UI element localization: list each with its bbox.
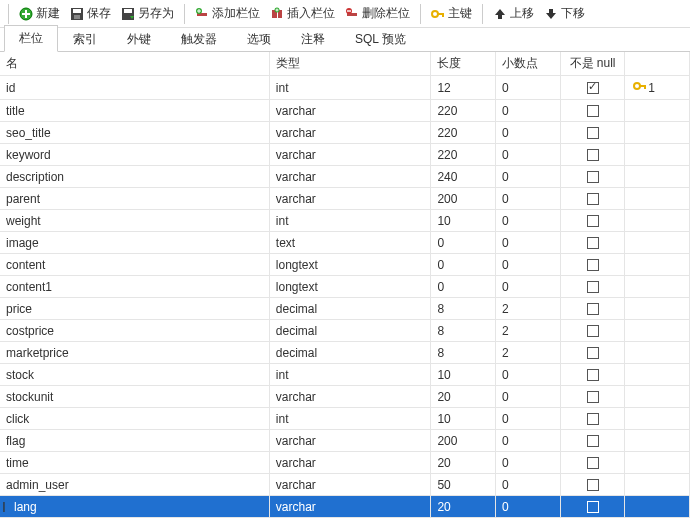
checkbox[interactable]	[587, 479, 599, 491]
cell-type[interactable]: int	[269, 364, 431, 386]
cell-type[interactable]: longtext	[269, 276, 431, 298]
cell-length[interactable]: 220	[431, 144, 496, 166]
table-row[interactable]: stockunitvarchar200	[0, 386, 690, 408]
cell-extra[interactable]	[625, 364, 690, 386]
cell-extra[interactable]	[625, 320, 690, 342]
tab-1[interactable]: 索引	[58, 26, 112, 52]
cell-length[interactable]: 0	[431, 232, 496, 254]
cell-decimals[interactable]: 0	[496, 210, 561, 232]
checkbox[interactable]	[587, 127, 599, 139]
cell-length[interactable]: 10	[431, 408, 496, 430]
cell-length[interactable]: 50	[431, 474, 496, 496]
cell-decimals[interactable]: 0	[496, 364, 561, 386]
cell-decimals[interactable]: 0	[496, 386, 561, 408]
checkbox[interactable]	[587, 391, 599, 403]
checkbox[interactable]	[587, 369, 599, 381]
table-row[interactable]: descriptionvarchar2400	[0, 166, 690, 188]
table-row[interactable]: imagetext00	[0, 232, 690, 254]
cell-name[interactable]: content1	[0, 276, 269, 298]
cell-name[interactable]: time	[0, 452, 269, 474]
cell-type[interactable]: decimal	[269, 342, 431, 364]
cell-name[interactable]: title	[0, 100, 269, 122]
cell-type[interactable]: varchar	[269, 430, 431, 452]
checkbox[interactable]	[587, 193, 599, 205]
table-row[interactable]: flagvarchar2000	[0, 430, 690, 452]
cell-decimals[interactable]: 0	[496, 430, 561, 452]
cell-notnull[interactable]	[560, 188, 625, 210]
table-row[interactable]: parentvarchar2000	[0, 188, 690, 210]
addfield-button[interactable]: 添加栏位	[191, 3, 264, 24]
tab-3[interactable]: 触发器	[166, 26, 232, 52]
cell-name[interactable]: marketprice	[0, 342, 269, 364]
checkbox[interactable]	[587, 281, 599, 293]
cell-notnull[interactable]	[560, 276, 625, 298]
table-row[interactable]: titlevarchar2200	[0, 100, 690, 122]
cell-extra[interactable]	[625, 408, 690, 430]
checkbox[interactable]	[587, 82, 599, 94]
cell-extra[interactable]	[625, 276, 690, 298]
cell-type[interactable]: varchar	[269, 166, 431, 188]
cell-type[interactable]: longtext	[269, 254, 431, 276]
cell-notnull[interactable]	[560, 408, 625, 430]
cell-decimals[interactable]: 0	[496, 408, 561, 430]
cell-decimals[interactable]: 0	[496, 100, 561, 122]
tab-2[interactable]: 外键	[112, 26, 166, 52]
cell-extra[interactable]	[625, 386, 690, 408]
checkbox[interactable]	[587, 435, 599, 447]
cell-notnull[interactable]	[560, 166, 625, 188]
cell-extra[interactable]	[625, 144, 690, 166]
cell-extra[interactable]	[625, 166, 690, 188]
cell-decimals[interactable]: 0	[496, 188, 561, 210]
cell-extra[interactable]	[625, 100, 690, 122]
table-row[interactable]: seo_titlevarchar2200	[0, 122, 690, 144]
movedown-button[interactable]: 下移	[540, 3, 589, 24]
cell-length[interactable]: 10	[431, 364, 496, 386]
cell-decimals[interactable]: 0	[496, 166, 561, 188]
cell-notnull[interactable]	[560, 122, 625, 144]
cell-length[interactable]: 200	[431, 188, 496, 210]
cell-decimals[interactable]: 0	[496, 496, 561, 518]
header-type[interactable]: 类型	[269, 52, 431, 76]
moveup-button[interactable]: 上移	[489, 3, 538, 24]
cell-name[interactable]: Ilang	[0, 496, 269, 518]
cell-notnull[interactable]	[560, 210, 625, 232]
checkbox[interactable]	[587, 325, 599, 337]
cell-name[interactable]: description	[0, 166, 269, 188]
table-row[interactable]: Ilangvarchar200	[0, 496, 690, 518]
cell-name[interactable]: image	[0, 232, 269, 254]
checkbox[interactable]	[587, 171, 599, 183]
cell-notnull[interactable]	[560, 232, 625, 254]
cell-name[interactable]: parent	[0, 188, 269, 210]
tab-4[interactable]: 选项	[232, 26, 286, 52]
cell-type[interactable]: varchar	[269, 188, 431, 210]
cell-type[interactable]: varchar	[269, 122, 431, 144]
cell-extra[interactable]	[625, 254, 690, 276]
cell-name[interactable]: price	[0, 298, 269, 320]
table-row[interactable]: marketpricedecimal82	[0, 342, 690, 364]
header-extra[interactable]	[625, 52, 690, 76]
cell-length[interactable]: 220	[431, 100, 496, 122]
cell-notnull[interactable]	[560, 144, 625, 166]
cell-notnull[interactable]	[560, 386, 625, 408]
cell-name[interactable]: weight	[0, 210, 269, 232]
cell-length[interactable]: 8	[431, 298, 496, 320]
cell-notnull[interactable]	[560, 320, 625, 342]
cell-notnull[interactable]	[560, 474, 625, 496]
deletefield-button[interactable]: 删除栏位	[341, 3, 414, 24]
header-notnull[interactable]: 不是 null	[560, 52, 625, 76]
table-row[interactable]: weightint100	[0, 210, 690, 232]
cell-extra[interactable]	[625, 122, 690, 144]
cell-extra[interactable]	[625, 474, 690, 496]
table-row[interactable]: timevarchar200	[0, 452, 690, 474]
saveas-button[interactable]: 另存为	[117, 3, 178, 24]
cell-type[interactable]: int	[269, 408, 431, 430]
checkbox[interactable]	[587, 149, 599, 161]
cell-length[interactable]: 200	[431, 430, 496, 452]
checkbox[interactable]	[587, 303, 599, 315]
cell-name[interactable]: stockunit	[0, 386, 269, 408]
table-row[interactable]: idint1201	[0, 76, 690, 100]
cell-decimals[interactable]: 2	[496, 298, 561, 320]
cell-length[interactable]: 240	[431, 166, 496, 188]
table-row[interactable]: keywordvarchar2200	[0, 144, 690, 166]
cell-name[interactable]: id	[0, 76, 269, 100]
